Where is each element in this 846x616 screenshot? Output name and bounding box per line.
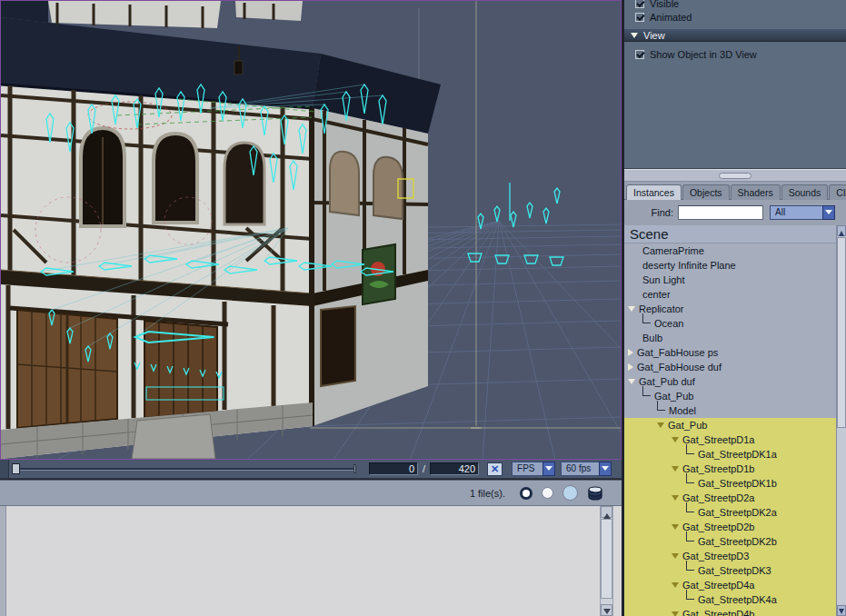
tree-item[interactable]: Gat_StreetpDK1a: [624, 447, 837, 462]
tree-item[interactable]: Gat_StreetpDK2b: [624, 534, 837, 549]
property-checkbox-row[interactable]: Animated: [624, 10, 846, 24]
tree-connector: [642, 386, 651, 396]
chevron-down-icon[interactable]: [542, 462, 555, 476]
tree-connector: [642, 313, 651, 323]
tree-scrollbar-thumb[interactable]: [837, 237, 846, 428]
tree-item[interactable]: Gat_StreetpD2a: [624, 491, 837, 505]
scroll-up-arrow-icon[interactable]: [601, 506, 612, 518]
viewport-3d-scene[interactable]: [1, 1, 621, 459]
tree-item[interactable]: Replicator: [624, 302, 837, 316]
tree-connector: [686, 561, 694, 571]
tree-item[interactable]: Gat_StreetpDK4a: [624, 592, 837, 607]
total-frames-field[interactable]: 420: [430, 462, 479, 475]
expand-arrow-icon[interactable]: [628, 306, 635, 312]
frame-separator: /: [423, 463, 425, 474]
tree-connector: [686, 532, 694, 541]
preview-sphere-white-icon[interactable]: [542, 487, 553, 499]
stacked-discs-icon[interactable]: [587, 485, 603, 501]
scene-header: Scene: [624, 225, 837, 243]
file-bar: 1 file(s).: [0, 480, 622, 506]
tree-item[interactable]: Gat_Pub: [624, 418, 837, 432]
property-checkbox-row[interactable]: Show Object in 3D View: [624, 47, 846, 61]
property-checkbox-row[interactable]: Visible: [624, 0, 846, 10]
frame-rate-value[interactable]: 60 fps: [561, 462, 599, 476]
preview-sphere-shaded-icon[interactable]: [562, 485, 578, 501]
splitter-handle-icon[interactable]: [719, 173, 751, 179]
find-row: Find: All: [624, 200, 846, 225]
expand-arrow-icon[interactable]: [628, 379, 635, 384]
tree-item[interactable]: Gat_StreetpD3: [624, 549, 837, 563]
find-filter-value[interactable]: All: [770, 205, 822, 220]
expand-arrow-icon[interactable]: [672, 437, 679, 442]
tree-item[interactable]: Bulb: [624, 331, 837, 345]
tree-item[interactable]: Gat_FabHouse duf: [624, 360, 837, 374]
tree-item[interactable]: Ocean: [624, 316, 837, 331]
tree-item[interactable]: Gat_StreetpD1a: [624, 432, 837, 447]
frame-slider-track[interactable]: [14, 468, 353, 471]
expand-arrow-icon[interactable]: [657, 422, 664, 428]
tree-item[interactable]: Gat_Pub duf: [624, 374, 837, 389]
properties-panel: Visible Animated View Show Object in 3D …: [624, 0, 846, 169]
panel-splitter[interactable]: [624, 169, 846, 182]
frame-slider-endcap: [353, 464, 356, 473]
chevron-down-icon[interactable]: [599, 462, 612, 476]
section-collapse-arrow-icon[interactable]: [631, 33, 638, 38]
expand-arrow-icon[interactable]: [628, 349, 633, 356]
find-input[interactable]: [678, 205, 763, 220]
tree-connector: [657, 401, 665, 411]
tray-left-edge: [0, 506, 6, 616]
expand-arrow-icon[interactable]: [672, 582, 679, 588]
right-panel: Visible Animated View Show Object in 3D …: [623, 0, 846, 616]
tree-item[interactable]: Gat_StreetpDK2a: [624, 505, 837, 520]
expand-arrow-icon[interactable]: [672, 466, 679, 472]
browser-tab[interactable]: Sounds: [781, 184, 829, 200]
expand-arrow-icon[interactable]: [672, 524, 679, 530]
tree-item[interactable]: Gat_StreetpD2b: [624, 520, 837, 534]
timeline-bar: 0 / 420 ✕ FPS 60 fps: [0, 460, 622, 479]
checkbox[interactable]: [635, 0, 644, 8]
chevron-down-icon[interactable]: [822, 205, 835, 220]
frame-slider-handle[interactable]: [12, 463, 20, 474]
tree-item[interactable]: Gat_StreetpD1b: [624, 462, 837, 476]
scroll-down-arrow-icon[interactable]: [837, 605, 846, 616]
scroll-down-arrow-icon[interactable]: [601, 604, 612, 616]
tree-item[interactable]: deserty Infinite Plane: [624, 258, 837, 273]
tree-item[interactable]: Gat_StreetpDK3: [624, 563, 837, 578]
tree-connector: [686, 502, 694, 512]
viewport-3d[interactable]: [0, 0, 622, 460]
tray-scrollbar-thumb[interactable]: [601, 519, 612, 599]
browser-tab[interactable]: Objects: [682, 184, 730, 200]
tree-item[interactable]: CameraPrime: [624, 243, 837, 258]
tray-scrollbar[interactable]: [600, 506, 613, 616]
expand-arrow-icon[interactable]: [628, 363, 633, 371]
browser-tab[interactable]: Shaders: [731, 184, 781, 200]
checkbox[interactable]: [635, 50, 644, 59]
current-frame-field[interactable]: 0: [369, 462, 418, 475]
browser-tab[interactable]: Instances: [626, 184, 682, 201]
timeline-corner: [0, 460, 9, 478]
view-section-header[interactable]: View: [624, 28, 846, 42]
tree-scrollbar[interactable]: [836, 225, 846, 616]
fps-mode-dropdown[interactable]: FPS: [512, 462, 555, 476]
tree-item[interactable]: Gat_StreetpD4a: [624, 578, 837, 592]
tree-item[interactable]: center: [624, 287, 837, 302]
expand-arrow-icon[interactable]: [672, 553, 679, 559]
browser-tab[interactable]: Clips: [829, 184, 846, 200]
find-filter-dropdown[interactable]: All: [770, 205, 835, 220]
checkbox[interactable]: [635, 13, 644, 22]
tree-item[interactable]: Gat_StreetpDK1b: [624, 476, 837, 491]
tree-item[interactable]: Gat_FabHouse ps: [624, 345, 837, 360]
tree-item[interactable]: Sun Light: [624, 273, 837, 287]
frame-rate-dropdown[interactable]: 60 fps: [561, 462, 612, 476]
expand-arrow-icon[interactable]: [672, 495, 679, 501]
cross-icon[interactable]: ✕: [487, 462, 503, 476]
frame-slider[interactable]: [9, 460, 358, 478]
tree-item[interactable]: Gat_StreetpD4b: [624, 607, 837, 616]
file-count-label: 1 file(s).: [470, 488, 505, 499]
browser-tabs: InstancesObjectsShadersSoundsClips: [624, 182, 846, 200]
preview-sphere-outline-icon[interactable]: [520, 487, 532, 500]
tree-item[interactable]: Model: [624, 403, 837, 418]
expand-arrow-icon[interactable]: [672, 611, 679, 616]
scroll-up-arrow-icon[interactable]: [837, 225, 846, 236]
fps-mode-value[interactable]: FPS: [512, 462, 542, 476]
